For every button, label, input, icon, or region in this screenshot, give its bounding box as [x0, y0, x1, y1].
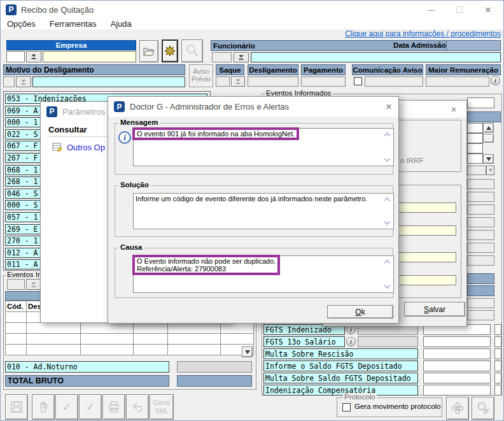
empresa-code-field[interactable] [6, 51, 25, 62]
delete-button[interactable] [32, 394, 55, 420]
comunicacao-checkbox[interactable] [354, 77, 362, 85]
motivo-label: Motivo do Desligamento [6, 66, 94, 75]
comunicacao-field[interactable] [365, 76, 423, 87]
mensagem-textbox[interactable]: O evento 901 já foi informado na aba Hom… [133, 128, 394, 166]
strip-grid-cell[interactable] [467, 133, 483, 143]
undo-icon [131, 402, 144, 412]
scroll-down-icon[interactable] [384, 156, 391, 162]
close-button[interactable]: × [477, 1, 499, 18]
dropdown-arrow-icon [31, 282, 37, 288]
menu-ferramentas[interactable]: Ferramentas [47, 18, 99, 30]
saque-code-field[interactable] [216, 76, 230, 87]
scroll-down-icon[interactable] [384, 283, 391, 289]
saque-dropdown-button[interactable] [231, 76, 245, 87]
parameters-gear-button[interactable] [162, 39, 178, 62]
strip-cell[interactable] [467, 230, 494, 240]
strip-grid-cell[interactable] [467, 143, 483, 153]
confirm-button[interactable]: ✓ [55, 394, 78, 420]
empresa-dropdown-button[interactable] [26, 51, 41, 62]
purple-highlight: O Evento informado não pode ser duplicad… [132, 255, 280, 275]
fgts-filler [358, 336, 418, 347]
selected-event-value-field[interactable] [177, 361, 252, 373]
fgts-side-cell [494, 348, 501, 359]
motivo-dropdown-button[interactable] [16, 76, 31, 87]
outros-link[interactable]: Outros Op [67, 143, 105, 152]
scroll-down-icon[interactable] [384, 219, 391, 225]
motivo-code-field[interactable] [3, 76, 15, 87]
protocol-search-button[interactable] [472, 397, 494, 420]
strip-scroll-thumb[interactable] [483, 134, 494, 143]
menu-bar: Opções Ferramentas Ajuda [1, 18, 504, 29]
data-admissao-field[interactable] [446, 41, 500, 50]
causa-text-line2: Referência/Alerta: 27900083 [137, 265, 276, 273]
fgts-value-field[interactable] [423, 385, 491, 396]
evento-dropdown-button[interactable] [26, 279, 41, 290]
menu-ajuda[interactable]: Ajuda [108, 18, 134, 30]
scroll-up-icon[interactable] [384, 132, 391, 139]
strip-field[interactable] [467, 97, 494, 108]
info-icon: i [118, 131, 131, 144]
print-button[interactable] [102, 394, 125, 420]
causa-textbox[interactable]: O Evento informado não pode ser duplicad… [133, 255, 394, 293]
strip-cell[interactable] [467, 255, 494, 266]
desligamento-field[interactable] [248, 76, 298, 87]
fgts-label: Multa Sobre Rescisão [263, 348, 418, 359]
irrf-dialog-close-button[interactable]: × [445, 103, 462, 115]
ok-button[interactable]: Ok [327, 305, 393, 318]
salvar-button[interactable]: Salvar [404, 302, 465, 317]
funcionario-code-field[interactable] [212, 52, 232, 62]
maior-remuneracao-info-button[interactable]: i [491, 76, 500, 85]
strip-cell-blue[interactable] [467, 285, 494, 296]
strip-grid-cell[interactable] [467, 153, 483, 164]
strip-cell-blue[interactable] [467, 273, 494, 284]
minimize-icon: — [428, 6, 435, 13]
undo-button[interactable] [126, 394, 149, 420]
fgts-info-button[interactable]: i [346, 337, 356, 346]
scroll-up-icon[interactable] [384, 260, 391, 266]
doctor-title: Doctor G - Administrador de Erros e Aler… [130, 102, 289, 111]
gera-protocolo-checkbox[interactable] [342, 403, 351, 411]
fgts-value-field[interactable] [423, 360, 491, 371]
save-button[interactable] [5, 394, 28, 420]
minimize-button[interactable]: — [421, 1, 442, 18]
gerar-xml-button[interactable]: Gerar XML [150, 394, 174, 420]
fgts-value-field[interactable] [423, 336, 491, 347]
table-row[interactable] [6, 334, 254, 345]
strip-cell[interactable] [467, 179, 494, 189]
empresa-name-field[interactable] [43, 51, 136, 62]
motivo-field[interactable] [32, 76, 185, 87]
doctor-close-button[interactable]: × [381, 100, 397, 114]
strip-cell[interactable] [467, 310, 494, 320]
fgts-side-cell [494, 373, 501, 383]
table-row[interactable] [6, 345, 254, 355]
fgts-value-field[interactable] [423, 348, 491, 359]
table-scroll-down-button[interactable] [242, 346, 253, 357]
solucao-textbox[interactable]: Informe um código de evento diferente do… [133, 193, 394, 229]
strip-grid-cell[interactable] [467, 123, 483, 133]
strip-dropdown-button[interactable] [486, 166, 494, 175]
evento-code-field[interactable] [7, 279, 25, 290]
table-row[interactable] [6, 323, 254, 334]
selected-event-field[interactable]: 010 - Ad.Noturno [5, 361, 169, 373]
strip-cell[interactable] [467, 192, 494, 202]
strip-cell[interactable] [467, 243, 494, 253]
strip-cell[interactable] [467, 204, 494, 215]
search-button[interactable] [181, 39, 203, 62]
strip-cell[interactable] [467, 217, 494, 227]
strip-scroll-down-button[interactable] [483, 154, 494, 164]
menu-opcoes[interactable]: Opções [4, 18, 38, 30]
maior-remuneracao-field[interactable] [426, 76, 489, 87]
info-procedures-link[interactable]: Clique aqui para informações / procedime… [255, 29, 501, 38]
strip-dropdown-field[interactable] [467, 166, 486, 175]
strip-scroll-up-button[interactable] [483, 123, 494, 132]
open-folder-button[interactable] [139, 40, 158, 62]
protocol-flower-button[interactable] [446, 397, 469, 420]
fgts-value-field[interactable] [423, 373, 491, 383]
pagamento-field[interactable] [301, 76, 346, 87]
confirm-all-button[interactable]: ✓ [79, 394, 102, 420]
maximize-button[interactable] [449, 1, 470, 18]
funcionario-dropdown-button[interactable] [234, 52, 249, 62]
funcionario-name-field[interactable] [251, 52, 501, 62]
strip-cell[interactable] [467, 298, 494, 308]
dropdown-arrow-icon [235, 78, 241, 85]
